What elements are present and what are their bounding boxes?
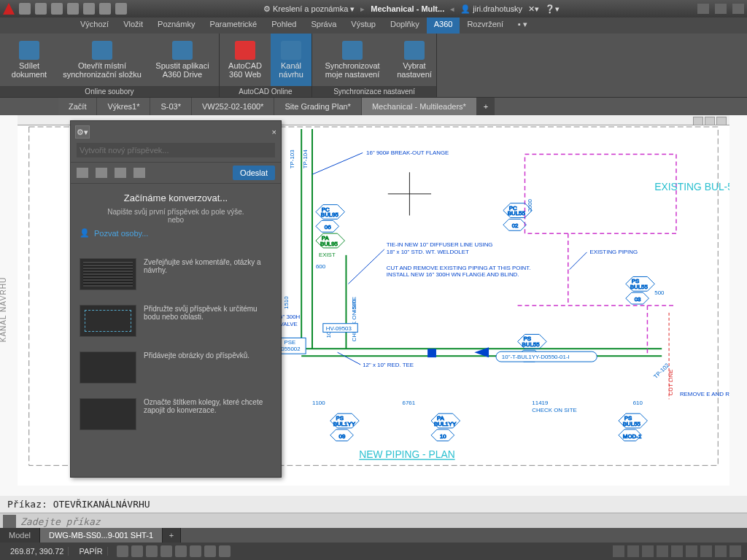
qat-save-icon[interactable]: [51, 3, 63, 15]
menu-sprava[interactable]: Správa: [303, 18, 344, 34]
svg-text:MOD-1: MOD-1: [623, 433, 641, 440]
menu-a360[interactable]: A360: [427, 18, 460, 34]
menu-vychozi[interactable]: Výchozí: [73, 18, 116, 34]
panel-settings-icon[interactable]: ⚙▾: [75, 125, 90, 139]
svg-text:03: 03: [635, 296, 641, 303]
sync-my-settings-button[interactable]: Synchronizovat moje nastavení: [312, 34, 392, 86]
cleanscreen-icon[interactable]: [715, 545, 727, 557]
layout-tab-model[interactable]: Model: [0, 528, 40, 542]
hwacc-icon[interactable]: [700, 545, 712, 557]
viewport-controls: [693, 117, 727, 125]
command-prompt-icon[interactable]: [3, 515, 16, 528]
annoscale-icon[interactable]: [613, 545, 624, 557]
add-tab-button[interactable]: +: [477, 98, 495, 115]
lineweight-icon[interactable]: [204, 545, 216, 557]
annotation-monitor-icon[interactable]: [642, 545, 654, 557]
layout-tab-sheet[interactable]: DWG-MB-SS0...9-001 SHT-1: [40, 528, 163, 542]
qat-undo-icon[interactable]: [99, 3, 111, 15]
svg-text:600: 600: [316, 263, 326, 270]
ribbon-panel-title: AutoCAD Online: [220, 86, 311, 97]
svg-text:6761: 6761: [403, 400, 416, 406]
choose-settings-button[interactable]: Vybrat nastavení: [392, 34, 436, 86]
doc-tab-s03[interactable]: S-03*: [150, 98, 192, 115]
menu-vystup[interactable]: Výstup: [344, 18, 383, 34]
convo-title: Začínáme konverzovat...: [80, 192, 272, 203]
svg-rect-93: [427, 349, 436, 357]
tip-text: Označte štítkem kolegy, které chcete zap…: [144, 398, 272, 430]
isolate-icon[interactable]: [686, 545, 697, 557]
ortho-icon[interactable]: [146, 545, 158, 557]
snap-icon[interactable]: [131, 545, 143, 557]
workspace-selector[interactable]: ⚙ Kreslení a poznámka ▾: [263, 4, 355, 14]
new-post-input[interactable]: [77, 143, 275, 158]
menu-parametricke[interactable]: Parametrické: [202, 18, 264, 34]
command-input[interactable]: [20, 516, 744, 527]
share-document-button[interactable]: Sdílet dokument: [0, 34, 58, 86]
transparency-icon[interactable]: [219, 545, 231, 557]
launch-a360-drive-button[interactable]: Spustit aplikaci A360 Drive: [146, 34, 219, 86]
panel-close-icon[interactable]: ×: [272, 128, 276, 136]
menu-rozvrzeni[interactable]: Rozvržení: [460, 18, 511, 34]
doc-tab-sitegrading[interactable]: Site Grading Plan*: [274, 98, 362, 115]
otrack-icon[interactable]: [190, 545, 201, 557]
design-feed-button[interactable]: Kanál návrhu: [271, 34, 311, 86]
doc-tab-zacit[interactable]: Začít: [58, 98, 97, 115]
design-feed-panel: ⚙▾ × Odeslat Začínáme konverzovat... Nap…: [70, 120, 282, 478]
select-area-icon[interactable]: [77, 168, 88, 178]
pin-icon[interactable]: [96, 168, 107, 178]
user-menu[interactable]: 👤 jiri.drahotusky: [460, 4, 522, 14]
autocad360-web-button[interactable]: AutoCAD 360 Web: [220, 34, 271, 86]
qat-open-icon[interactable]: [35, 3, 47, 15]
qat-print-icon[interactable]: [83, 3, 95, 15]
menu-overflow-icon[interactable]: ▪ ▾: [511, 18, 535, 34]
viewport-close-icon[interactable]: [716, 117, 727, 125]
workspace-icon[interactable]: [627, 545, 639, 557]
invite-people-link[interactable]: 👤Pozvat osoby...: [80, 224, 272, 242]
send-post-button[interactable]: Odeslat: [233, 166, 275, 180]
doc-tab-mechanical[interactable]: Mechanical - Multileaders*: [362, 98, 477, 115]
polar-icon[interactable]: [160, 545, 172, 557]
attach-image-icon[interactable]: [133, 168, 145, 178]
command-history: Příkaz: OTEVŘIKANÁLNÁVRHU: [0, 496, 747, 513]
app-logo-icon[interactable]: [3, 3, 15, 15]
doc-tab-vw252[interactable]: VW252-02-1600*: [192, 98, 274, 115]
svg-text:VALVE: VALVE: [280, 321, 298, 327]
menu-doplnky[interactable]: Doplňky: [383, 18, 427, 34]
space-toggle[interactable]: PAPÍR: [74, 547, 107, 556]
customize-icon[interactable]: [729, 545, 741, 557]
titlebar: ⚙ Kreslení a poznámka ▾ ▸ Mechanical - M…: [0, 0, 747, 18]
svg-text:16" 900# BREAK-OUT FLANGE: 16" 900# BREAK-OUT FLANGE: [366, 149, 449, 156]
viewport-max-icon[interactable]: [705, 117, 715, 125]
svg-text:INSTALL NEW 16" 300H WN FLANGE: INSTALL NEW 16" 300H WN FLANGE AND BLIND…: [387, 271, 519, 278]
layout-add-button[interactable]: +: [163, 528, 181, 542]
svg-text:CUT LINE: CUT LINE: [667, 370, 674, 396]
osnap-icon[interactable]: [175, 545, 187, 557]
close-button[interactable]: [732, 4, 744, 14]
maximize-button[interactable]: [715, 4, 727, 14]
minimize-button[interactable]: [697, 4, 709, 14]
menu-vlozit[interactable]: Vložit: [116, 18, 150, 34]
units-icon[interactable]: [657, 545, 668, 557]
sync-icon: [342, 41, 363, 60]
qat-new-icon[interactable]: [19, 3, 31, 15]
svg-text:BUL55: BUL55: [623, 421, 641, 427]
svg-text:10: 10: [440, 433, 446, 440]
exchange-icon[interactable]: ✕▾: [528, 4, 539, 14]
menu-poznamky[interactable]: Poznámky: [150, 18, 202, 34]
qat-saveas-icon[interactable]: [67, 3, 79, 15]
quickprops-icon[interactable]: [671, 545, 683, 557]
svg-text:02: 02: [512, 222, 519, 229]
doc-tab-vykres1[interactable]: Výkres1*: [97, 98, 150, 115]
tip-thumb-image: [80, 351, 136, 384]
svg-text:HV-09503: HV-09503: [326, 325, 352, 332]
menu-pohled[interactable]: Pohled: [264, 18, 303, 34]
tip-text: Přidružte svůj příspěvek k určitému bodu…: [144, 305, 272, 337]
tag-user-icon[interactable]: [115, 168, 126, 178]
help-icon[interactable]: ❔▾: [545, 4, 560, 14]
qat-redo-icon[interactable]: [115, 3, 127, 15]
viewport-min-icon[interactable]: [693, 117, 703, 125]
grid-icon[interactable]: [117, 545, 128, 557]
svg-line-68: [570, 252, 587, 270]
svg-text:BUL1YY: BUL1YY: [434, 421, 457, 427]
open-sync-folder-button[interactable]: Otevřít místní synchronizační složku: [58, 34, 146, 86]
